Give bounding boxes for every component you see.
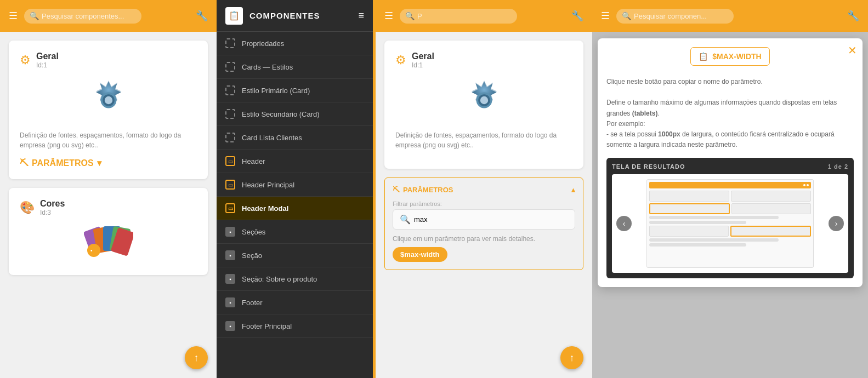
filter-params-wrap: Filtrar parâmetros: 🔍	[393, 201, 575, 230]
params-section-icon: ⛏	[393, 186, 400, 194]
mock-box-4	[649, 226, 729, 237]
card-geral-params-btn[interactable]: ⛏ PARÂMETROS ▾	[20, 158, 101, 168]
params-icon: ⛏	[20, 158, 29, 168]
card-cores-id: Id:3	[40, 209, 65, 216]
panel2-title: COMPONENTES	[249, 11, 351, 20]
panel4-menu-icon[interactable]: ☰	[599, 8, 612, 24]
menu-item-header-modal[interactable]: ▭ Header Modal	[217, 197, 373, 220]
menu-icon-footer-principal: ▪	[225, 321, 235, 331]
menu-item-secao-produto[interactable]: ▪ Seção: Sobre o produto	[217, 267, 373, 291]
svg-point-13	[480, 96, 487, 104]
panel3-tools-icon[interactable]: 🔧	[569, 8, 586, 24]
card-geral-desc: Definição de fontes, espaçamentos, forma…	[20, 130, 197, 150]
tooltip-card: ✕ 📋 $MAX-WIDTH Clique neste botão para c…	[598, 38, 863, 287]
panel3-main-card: ⚙ Geral Id:1	[384, 41, 583, 169]
menu-item-footer-principal[interactable]: ▪ Footer Principal	[217, 314, 373, 338]
mock-text-2	[649, 221, 746, 224]
mock-screen	[646, 179, 814, 268]
panel3-params-section: ⛏ PARÂMETROS ▴ Filtrar parâmetros: 🔍 Cli…	[384, 177, 583, 270]
menu-item-footer[interactable]: ▪ Footer	[217, 291, 373, 314]
panel-components-list: ☰ 🔍 🔧 ⚙ Geral Id:1	[0, 0, 217, 378]
panel3-gear-image	[395, 76, 572, 125]
menu-item-propriedades[interactable]: Propriedades	[217, 32, 373, 55]
panel1-tools-icon[interactable]: 🔧	[194, 8, 210, 24]
mock-box-3	[731, 203, 811, 214]
menu-item-header-principal[interactable]: ▭ Header Principal	[217, 173, 373, 197]
panel3-menu-icon[interactable]: ☰	[382, 8, 395, 24]
panel3-params-header: ⛏ PARÂMETROS ▴	[393, 186, 575, 194]
scroll-top-btn[interactable]: ↑	[185, 346, 208, 369]
next-arrow-btn[interactable]: ›	[829, 216, 844, 231]
panel-components-menu: 📋 COMPONENTES ≡ Propriedades Cards — Est…	[217, 0, 373, 378]
result-preview: ‹	[612, 174, 848, 273]
panel1-search-input[interactable]	[24, 9, 141, 24]
menu-label-secao: Seção	[242, 251, 262, 260]
svg-point-2	[104, 96, 112, 104]
menu-icon-footer: ▪	[225, 297, 235, 307]
panel1-content: ⚙ Geral Id:1	[0, 32, 217, 378]
menu-item-estilo-secundario[interactable]: Estilo Secundário (Card)	[217, 102, 373, 126]
menu-item-estilo-primario[interactable]: Estilo Primário (Card)	[217, 79, 373, 102]
menu-item-cards-estilos[interactable]: Cards — Estilos	[217, 55, 373, 79]
menu-icon-secao: ▪	[225, 250, 235, 260]
panel1-search-wrap: 🔍	[24, 9, 189, 24]
tooltip-copy-btn[interactable]: 📋 $MAX-WIDTH	[690, 47, 769, 66]
param-tag-max-width[interactable]: $max-width	[393, 247, 447, 262]
mock-box-2	[731, 191, 811, 202]
panel3-search-wrap: 🔍	[400, 9, 565, 24]
panel4-tools-icon[interactable]: 🔧	[845, 8, 861, 24]
panel3-card-desc: Definição de fontes, espaçamentos, forma…	[395, 130, 572, 150]
menu-icon-estilo-primario	[225, 85, 235, 95]
mock-box-highlight-2	[730, 226, 811, 237]
menu-icon-propriedades	[225, 38, 235, 48]
panel2-header: 📋 COMPONENTES ≡	[217, 0, 373, 32]
menu-item-secoes[interactable]: ▪ Seções	[217, 220, 373, 244]
menu-list: Propriedades Cards — Estilos Estilo Prim…	[217, 32, 373, 378]
menu-label-header-modal: Header Modal	[242, 204, 288, 213]
filter-search-icon: 🔍	[400, 214, 411, 225]
menu-label-header-principal: Header Principal	[242, 181, 294, 189]
tooltip-close-btn[interactable]: ✕	[848, 44, 857, 57]
menu-icon-header: ▭	[225, 156, 235, 166]
panel1-search-icon: 🔍	[30, 12, 39, 20]
menu-icon-secao-produto: ▪	[225, 274, 235, 284]
menu-label-footer: Footer	[242, 299, 263, 307]
palette-icon: 🎨	[20, 201, 35, 215]
card-cores-image: •	[20, 223, 197, 259]
tooltip-description: Clique neste botão para copiar o nome do…	[606, 77, 854, 150]
menu-label-secao-produto: Seção: Sobre o produto	[242, 275, 317, 283]
panel1-menu-icon[interactable]: ☰	[7, 8, 20, 24]
card-geral-id: Id:1	[36, 61, 59, 69]
menu-icon-cards-estilos	[225, 62, 235, 72]
panel1-topbar: ☰ 🔍 🔧	[0, 0, 217, 32]
card-cores: 🎨 Cores Id:3 •	[9, 188, 208, 275]
mock-text-4	[649, 243, 746, 247]
mock-text-3	[649, 238, 779, 242]
panel4-search-input[interactable]	[616, 9, 734, 24]
mock-dot-1	[803, 184, 805, 186]
panel2-close-btn[interactable]: ≡	[358, 10, 364, 21]
panel4-topbar: ☰ 🔍 🔧	[592, 0, 868, 32]
panel3-scroll-top-btn[interactable]: ↑	[560, 346, 583, 369]
click-hint: Clique em um parâmetro para ver mais det…	[393, 235, 575, 243]
mock-row-3	[649, 226, 811, 237]
panel3-search-input[interactable]	[400, 9, 517, 24]
result-pagination: 1 de 2	[828, 163, 848, 170]
panel3-content: ⚙ Geral Id:1	[376, 32, 592, 378]
prev-arrow-btn[interactable]: ‹	[616, 216, 632, 231]
menu-label-secoes: Seções	[242, 228, 265, 236]
mock-text-1	[649, 216, 779, 219]
menu-item-card-lista[interactable]: Card Lista Clientes	[217, 126, 373, 150]
filter-params-input[interactable]	[414, 215, 568, 224]
menu-item-header[interactable]: ▭ Header	[217, 150, 373, 173]
menu-item-secao[interactable]: ▪ Seção	[217, 244, 373, 267]
menu-label-estilo-secundario: Estilo Secundário (Card)	[242, 110, 320, 118]
panel3-card-id: Id:1	[412, 61, 434, 69]
panel4-search-wrap: 🔍	[616, 9, 841, 24]
chevron-up-icon: ▴	[571, 186, 575, 194]
mock-dot-2	[807, 184, 809, 186]
preview-content	[632, 174, 829, 273]
chevron-down-icon: ▾	[97, 158, 101, 168]
menu-icon-secoes: ▪	[225, 227, 235, 237]
menu-label-footer-principal: Footer Principal	[242, 322, 292, 330]
